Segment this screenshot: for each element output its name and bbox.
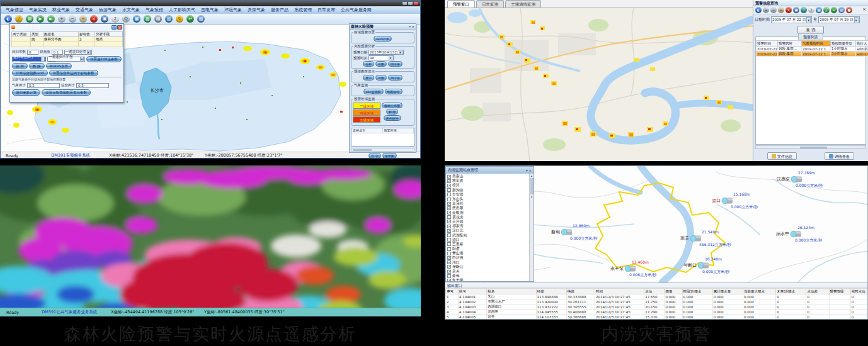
factor-table[interactable]: 因子类别 类型 图层名 影响值 分析字段 面 森林分布图3 地类 [11,31,123,47]
chevron-down-icon[interactable]: ▾ [389,55,392,60]
menu-item[interactable]: 气象预报 [146,7,163,13]
col-header[interactable]: 累计降水量 [712,289,743,294]
export-icon[interactable]: ▥ [165,15,173,23]
dialog-titlebar[interactable]: 火险因子计算 – × [10,24,123,30]
col-header[interactable]: 未来1h降水 [776,289,806,294]
analyze-button[interactable]: 分析 [363,61,374,67]
calc-grid-button[interactable]: 计算综合指数Grid [12,70,48,76]
station-data-table[interactable]: 序号站号站名经度纬度时间水位雨量时段1h降水累计降水量当前最大降水未来1h降水水… [445,288,868,320]
table-row[interactable]: 2019-07-22 1...风险:暴雨... 2019-07-22 1...1… [757,47,868,52]
show-button[interactable]: 显示 [363,75,374,81]
table-row[interactable] [12,42,123,47]
fly-to-icon[interactable]: ▶ [37,15,44,23]
menu-item[interactable]: 气象信息 [6,7,23,13]
station-yongfengbeng[interactable]: 13.460m 永丰泵 0.006立方米/秒 [610,260,686,278]
map-icon[interactable]: ▦ [133,15,140,23]
checkbox-icon[interactable] [447,202,451,206]
chevron-down-icon[interactable]: ▾ [806,17,811,23]
col-header[interactable]: 预警时间 [757,41,778,47]
reg-input[interactable]: 8 [27,50,38,55]
checkbox-icon[interactable] [447,184,451,187]
window-icon[interactable]: ▣ [101,15,108,23]
checkbox-icon[interactable] [447,220,451,223]
output-title[interactable]: 输出窗口 [445,283,868,288]
menu-item[interactable]: 服务产品 [271,7,288,13]
menu-item[interactable]: 决策气象 [248,7,265,13]
warn-time-select[interactable]: 08▾ [368,55,394,60]
checkbox-icon[interactable] [447,279,451,281]
checkbox-icon[interactable] [447,188,451,192]
menu-item[interactable]: 公共气象服务网 [341,7,372,13]
search-icon[interactable]: Q [122,15,130,23]
window-icon[interactable]: ▣ [793,7,799,13]
menu-item[interactable]: 雷电气象 [201,7,219,13]
menu-item[interactable]: 气象实况 [29,7,47,13]
city-flood-map[interactable] [445,8,753,161]
map-icon[interactable]: ▦ [816,7,822,13]
col-header[interactable]: 序号 [446,289,459,294]
close-icon[interactable]: × [862,7,866,12]
satellite-fire-image[interactable] [0,165,421,308]
checkbox-icon[interactable] [447,175,451,179]
abc-monitor-button[interactable]: abc监测图 [363,89,384,94]
table-row[interactable]: 14.104001朱山113.89888830.333888 2014/12/3… [446,294,868,299]
pass-select[interactable]: 一遍递归处理▾ [64,50,92,55]
col-header[interactable]: 当前最大降水 [743,289,776,294]
page2-icon[interactable]: 2 [111,15,119,23]
checkbox-icon[interactable] [447,215,451,219]
col-header[interactable]: 时段1h降水 [682,289,712,294]
checkbox-icon[interactable] [447,252,451,255]
image-icon[interactable]: ▨ [197,15,205,23]
station-map[interactable]: 27.789m 汉惠泵 0.000立方米/秒 15.168m 滠口 0.000立… [445,166,868,282]
close-icon[interactable]: × [528,169,532,172]
col-header[interactable]: 执行人 [856,41,868,47]
station-hanhuibeng[interactable]: 27.789m 汉惠泵 0.000立方米/秒 [777,170,852,189]
plot-button[interactable]: 制图标绘 [385,89,403,94]
level-config-button[interactable]: 设置火险等级配置显示参数 [42,89,91,96]
checkbox-icon[interactable] [447,238,451,242]
render-button[interactable]: 成图 [375,75,387,81]
add-button[interactable]: 添 加 [12,63,28,69]
pan-icon[interactable]: + [778,7,784,13]
col-header[interactable]: 经度 [536,289,566,294]
checkbox-icon[interactable] [447,229,451,233]
table-row[interactable]: 24.104002吴家山水厂113.92000030.261111 2014/1… [446,299,868,304]
menu-item[interactable]: 系统管理 [294,7,312,13]
col-header[interactable]: 预警区域 [383,128,414,133]
map-edit-icon[interactable]: ▧ [144,15,151,23]
station-choushuizhong[interactable]: 26.124m 抽水中 0.000立方米/秒 [776,225,852,243]
menu-item[interactable]: 水文气象 [122,7,140,13]
h-scrollbar[interactable] [755,145,866,149]
miss-input[interactable]: 0.1 [52,50,63,55]
tab-warning-window[interactable]: 预警窗口 [447,0,475,8]
checkbox-icon[interactable] [447,225,451,228]
chevron-down-icon[interactable]: ▾ [399,50,403,55]
col-header[interactable]: 实时水位 [850,289,868,294]
col-header[interactable]: 时间 [595,289,644,294]
station-shekou[interactable]: 15.168m 滠口 0.000立方米/秒 [712,192,787,210]
stop-icon[interactable]: × [90,15,98,23]
checkbox-icon[interactable] [447,206,451,210]
table-row[interactable]: 64.104006琴断口114.12555530.288888 2014/12/… [446,320,868,320]
auto-button[interactable]: 自 动 [368,153,381,159]
yellow-plot-button[interactable]: 黄色标绘 [384,115,401,121]
layer-item[interactable]: 永丰闸 [447,278,528,281]
detail-view-button[interactable]: 详情查看 [825,152,854,160]
date-to-picker[interactable]: 2009 年 07 月 29 日▾ [818,16,859,23]
station-qinduankou[interactable]: 16.240m 琴断口 0.000立方米/秒 [683,257,759,275]
checkbox-icon[interactable] [447,198,451,201]
algo-select[interactable]: 递归算法因子——▾ [12,57,46,62]
checkbox-icon[interactable] [447,211,451,215]
collapse-icon[interactable]: ▾ [526,169,528,172]
menu-item[interactable]: 人工影响天气 [169,7,195,13]
col-header[interactable]: 预警内容 [778,41,802,47]
measure-icon[interactable]: ╱ [15,15,23,23]
window-titlebar[interactable] [1,1,420,6]
col-header[interactable]: 纬度 [566,289,595,294]
zoom-out-icon[interactable]: − [770,7,777,13]
minimize-icon[interactable] [403,2,407,5]
checkbox-icon[interactable] [447,260,451,264]
page2-icon[interactable]: 2 [808,7,814,13]
algo-params-button[interactable]: 设置递归算法参数 [86,56,122,62]
print-icon[interactable]: ▤ [154,15,162,23]
